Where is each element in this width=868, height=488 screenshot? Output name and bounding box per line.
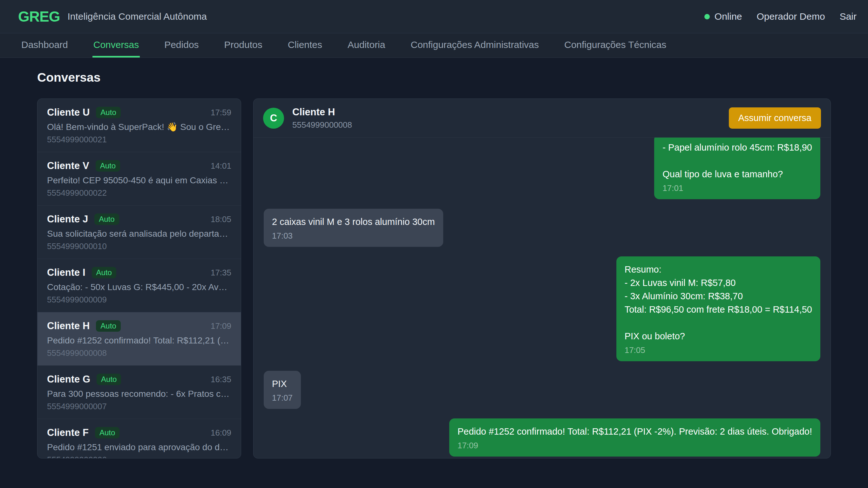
contact-name: Cliente H xyxy=(292,106,352,118)
auto-badge: Auto xyxy=(95,427,120,438)
nav-tab[interactable]: Configurações Administrativas xyxy=(409,33,540,58)
conversation-list[interactable]: Cliente U Auto 17:59 Olá! Bem-vindo à Su… xyxy=(37,98,241,458)
chat-message-area[interactable]: - Papel alumínio rolo 45cm: R$18,90 Qual… xyxy=(253,138,831,458)
main-nav: DashboardConversasPedidosProdutosCliente… xyxy=(0,33,868,58)
conversation-item-header: Cliente G Auto 16:35 xyxy=(47,374,231,385)
client-phone: 5554999000007 xyxy=(47,402,231,411)
conversation-list-item[interactable]: Cliente V Auto 14:01 Perfeito! CEP 95050… xyxy=(37,152,241,206)
message-time: 17:05 xyxy=(625,345,812,355)
auto-badge: Auto xyxy=(94,214,119,225)
page-title: Conversas xyxy=(37,70,831,85)
contact-identity: Cliente H 5554999000008 xyxy=(292,106,352,130)
online-dot-icon xyxy=(704,14,710,20)
message-preview: Sua solicitação será analisada pelo depa… xyxy=(47,229,231,239)
message-text: Resumo: - 2x Luvas vinil M: R$57,80 - 3x… xyxy=(625,263,812,343)
message-bubble: 2 caixas vinil M e 3 rolos alumínio 30cm… xyxy=(264,209,443,247)
auto-badge: Auto xyxy=(96,107,120,118)
client-name: Cliente I xyxy=(47,267,86,278)
auto-badge: Auto xyxy=(92,267,116,278)
conversation-item-header: Cliente J Auto 18:05 xyxy=(47,214,231,225)
nav-tab[interactable]: Pedidos xyxy=(163,33,199,58)
conversation-item-header: Cliente I Auto 17:35 xyxy=(47,267,231,278)
message-preview: Perfeito! CEP 95050-450 é aqui em Caxias… xyxy=(47,175,231,186)
app-logo: GREG xyxy=(18,8,60,25)
message-time: 17:07 xyxy=(272,393,292,402)
conversation-list-item[interactable]: Cliente F Auto 16:09 Pedido #1251 enviad… xyxy=(37,419,241,458)
app-subtitle: Inteligência Comercial Autônoma xyxy=(67,11,207,22)
conversation-list-item[interactable]: Cliente U Auto 17:59 Olá! Bem-vindo à Su… xyxy=(37,99,241,152)
conversation-item-header: Cliente U Auto 17:59 xyxy=(47,107,231,118)
auto-badge: Auto xyxy=(96,320,120,332)
chat-message: PIX 17:07 xyxy=(264,371,820,409)
takeover-conversation-button[interactable]: Assumir conversa xyxy=(729,108,821,129)
message-preview: Pedido #1252 confirmado! Total: R$112,21… xyxy=(47,336,231,346)
conversation-time: 17:09 xyxy=(211,321,231,331)
conversation-time: 18:05 xyxy=(211,214,231,224)
conversation-time: 14:01 xyxy=(211,161,231,171)
nav-tab[interactable]: Clientes xyxy=(287,33,323,58)
message-bubble: Resumo: - 2x Luvas vinil M: R$57,80 - 3x… xyxy=(616,256,820,361)
chat-message: Pedido #1252 confirmado! Total: R$112,21… xyxy=(264,419,820,457)
message-text: 2 caixas vinil M e 3 rolos alumínio 30cm xyxy=(272,215,435,228)
message-preview: Para 300 pessoas recomendo: - 6x Pratos … xyxy=(47,389,231,399)
message-text: PIX xyxy=(272,377,292,391)
main-content: Conversas Cliente U Auto 17:59 Olá! Bem-… xyxy=(0,70,868,458)
message-preview: Olá! Bem-vindo à SuperPack! 👋 Sou o Greg… xyxy=(47,122,231,132)
logout-link[interactable]: Sair xyxy=(840,11,857,22)
online-status: Online xyxy=(704,11,742,22)
client-phone: 5554999000022 xyxy=(47,188,231,197)
client-phone: 5554999000009 xyxy=(47,295,231,304)
nav-tab[interactable]: Conversas xyxy=(92,33,140,58)
client-name: Cliente H xyxy=(47,320,90,332)
client-name: Cliente G xyxy=(47,374,90,385)
chat-message: 2 caixas vinil M e 3 rolos alumínio 30cm… xyxy=(264,209,820,247)
nav-tab[interactable]: Dashboard xyxy=(20,33,69,58)
client-name: Cliente V xyxy=(47,160,89,172)
auto-badge: Auto xyxy=(96,160,120,172)
nav-tab[interactable]: Auditoria xyxy=(347,33,386,58)
message-bubble: - Papel alumínio rolo 45cm: R$18,90 Qual… xyxy=(654,138,820,199)
client-name: Cliente F xyxy=(47,427,89,438)
message-text: - Papel alumínio rolo 45cm: R$18,90 Qual… xyxy=(662,141,812,181)
message-preview: Pedido #1251 enviado para aprovação do d… xyxy=(47,442,231,452)
conversation-list-item[interactable]: Cliente G Auto 16:35 Para 300 pessoas re… xyxy=(37,366,241,419)
chat-message: - Papel alumínio rolo 45cm: R$18,90 Qual… xyxy=(264,147,820,199)
message-bubble: Pedido #1252 confirmado! Total: R$112,21… xyxy=(449,419,820,457)
message-time: 17:03 xyxy=(272,231,435,241)
auto-badge: Auto xyxy=(97,374,121,385)
chat-message: Resumo: - 2x Luvas vinil M: R$57,80 - 3x… xyxy=(264,256,820,361)
contact-avatar: C xyxy=(263,108,284,129)
header-right: Online Operador Demo Sair xyxy=(704,11,857,22)
app-header: GREG Inteligência Comercial Autônoma Onl… xyxy=(0,0,868,33)
client-phone: 5554999000008 xyxy=(47,348,231,358)
message-bubble: PIX 17:07 xyxy=(264,371,301,409)
conversation-time: 17:35 xyxy=(211,268,231,278)
client-phone: 5554999000006 xyxy=(47,455,231,458)
chat-header: C Cliente H 5554999000008 Assumir conver… xyxy=(253,99,831,138)
online-status-label: Online xyxy=(715,11,742,22)
nav-tab[interactable]: Configurações Técnicas xyxy=(563,33,667,58)
message-time: 17:09 xyxy=(458,441,812,450)
message-time: 17:01 xyxy=(662,183,812,193)
conversation-time: 17:59 xyxy=(211,108,231,118)
contact-phone: 5554999000008 xyxy=(292,120,352,130)
message-preview: Cotação: - 50x Luvas G: R$445,00 - 20x A… xyxy=(47,282,231,292)
nav-tab[interactable]: Produtos xyxy=(223,33,264,58)
chat-panel: C Cliente H 5554999000008 Assumir conver… xyxy=(253,98,831,458)
conversation-list-item[interactable]: Cliente I Auto 17:35 Cotação: - 50x Luva… xyxy=(37,259,241,312)
conversations-layout: Cliente U Auto 17:59 Olá! Bem-vindo à Su… xyxy=(37,98,831,458)
conversation-item-header: Cliente V Auto 14:01 xyxy=(47,160,231,172)
operator-name: Operador Demo xyxy=(757,11,825,22)
message-text: Pedido #1252 confirmado! Total: R$112,21… xyxy=(458,425,812,438)
client-name: Cliente U xyxy=(47,107,90,118)
conversation-time: 16:09 xyxy=(211,428,231,438)
conversation-item-header: Cliente F Auto 16:09 xyxy=(47,427,231,438)
conversation-time: 16:35 xyxy=(211,374,231,385)
client-phone: 5554999000010 xyxy=(47,241,231,251)
client-phone: 5554999000021 xyxy=(47,135,231,144)
conversation-item-header: Cliente H Auto 17:09 xyxy=(47,320,231,332)
conversation-list-item[interactable]: Cliente H Auto 17:09 Pedido #1252 confir… xyxy=(37,312,241,366)
conversation-list-item[interactable]: Cliente J Auto 18:05 Sua solicitação ser… xyxy=(37,206,241,259)
client-name: Cliente J xyxy=(47,214,88,225)
